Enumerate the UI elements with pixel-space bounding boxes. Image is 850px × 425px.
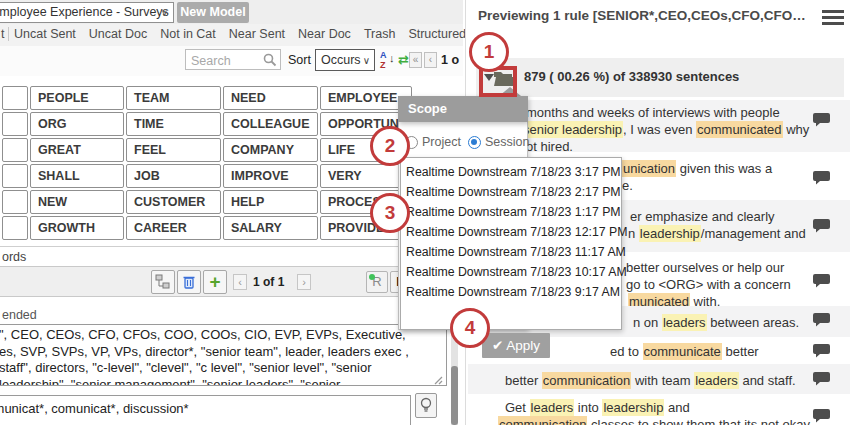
- synonyms-textarea[interactable]: communicat*, comunicat*, discussion*: [0, 395, 411, 425]
- rule-textarea[interactable]: ", CEO, CEOs, CFO, CFOs, COO, COOs, CIO,…: [0, 324, 447, 386]
- search-input[interactable]: [189, 51, 263, 70]
- suggest-button[interactable]: [415, 393, 437, 418]
- word-cell[interactable]: GROWTH: [30, 216, 124, 240]
- sentence-text: given this was a: [676, 161, 772, 176]
- pager-first-button[interactable]: «: [409, 52, 422, 68]
- tab-near-doc[interactable]: Near Doc: [298, 27, 351, 41]
- annotation-step-2: 2: [370, 126, 410, 166]
- rule-text-line: ", CEO, CEOs, CFO, CFOs, COO, COOs, CIO,…: [0, 325, 446, 344]
- hamburger-icon: [822, 10, 844, 13]
- word-cell[interactable]: CUSTOMER: [126, 190, 221, 214]
- search-icon[interactable]: [263, 53, 277, 67]
- radio-session-label[interactable]: Session: [485, 135, 529, 149]
- highlight-orange: municated: [628, 293, 690, 306]
- word-cell[interactable]: GREAT: [30, 138, 124, 162]
- highlight-orange: unication: [622, 160, 676, 177]
- divider: [0, 246, 463, 247]
- tab-bar: t Uncat Sent Uncat Doc Not in Cat Near S…: [0, 24, 463, 47]
- plus-icon: +: [209, 271, 220, 292]
- menu-button[interactable]: [822, 10, 844, 25]
- word-cell[interactable]: PEOPLE: [30, 86, 124, 110]
- comment-icon[interactable]: [813, 112, 831, 127]
- word-cell[interactable]: NEW: [30, 190, 124, 214]
- tab-structured[interactable]: Structured: [408, 27, 466, 41]
- page-next-button[interactable]: ›: [297, 274, 311, 290]
- comment-icon[interactable]: [813, 371, 831, 386]
- lightbulb-icon: [420, 397, 432, 414]
- delete-button[interactable]: [177, 270, 201, 294]
- model-select[interactable]: Employee Experience - Surveys I ∨: [0, 2, 174, 23]
- tab-trash[interactable]: Trash: [364, 27, 396, 41]
- word-cell[interactable]: TIME: [126, 112, 221, 136]
- resize-handle[interactable]: [433, 375, 443, 385]
- sentence-text: months and weeks of interviews with peop…: [526, 105, 780, 120]
- sentence-row: better communication with team leaders a…: [468, 364, 850, 394]
- word-cell[interactable]: SHALL: [30, 164, 124, 188]
- word-cell[interactable]: HELP: [223, 190, 318, 214]
- grid-gutter-cell[interactable]: [2, 164, 28, 188]
- session-item[interactable]: Realtime Downstream 7/18/23 9:17 AM: [401, 282, 621, 302]
- comment-icon[interactable]: [813, 218, 831, 233]
- comment-icon[interactable]: [813, 408, 831, 423]
- sort-select[interactable]: Occurs ∨: [315, 49, 375, 71]
- session-list: Realtime Downstream 7/18/23 3:17 PM Real…: [400, 157, 622, 330]
- apply-button[interactable]: ✔ Apply: [482, 333, 550, 358]
- comment-icon[interactable]: [813, 273, 831, 288]
- app-screen: Employee Experience - Surveys I ∨ New Mo…: [0, 0, 850, 425]
- pager-prev-button[interactable]: ‹: [424, 52, 437, 68]
- tab-not-in-cat[interactable]: Not in Cat: [160, 27, 216, 41]
- page-prev-button[interactable]: ‹: [233, 274, 247, 290]
- grid-gutter-cell[interactable]: [2, 138, 28, 162]
- session-item[interactable]: Realtime Downstream 7/18/23 1:17 PM: [401, 202, 621, 222]
- word-cell[interactable]: NEED: [223, 86, 318, 110]
- grid-gutter-cell[interactable]: [2, 86, 28, 110]
- session-item[interactable]: Realtime Downstream 7/18/23 11:17 AM: [401, 242, 621, 262]
- session-item[interactable]: Realtime Downstream 7/18/23 10:17 AM: [401, 262, 621, 282]
- word-cell[interactable]: COMPANY: [223, 138, 318, 162]
- word-cell[interactable]: JOB: [126, 164, 221, 188]
- word-cell[interactable]: IMPROVE: [223, 164, 318, 188]
- word-cell[interactable]: CAREER: [126, 216, 221, 240]
- new-model-button[interactable]: New Model: [177, 2, 249, 23]
- tree-view-button[interactable]: [151, 270, 175, 294]
- session-item[interactable]: Realtime Downstream 7/18/23 2:17 PM: [401, 182, 621, 202]
- tab-near-sent[interactable]: Near Sent: [229, 27, 285, 41]
- sort-az-icon[interactable]: A Z: [380, 50, 389, 70]
- word-cell[interactable]: ORG: [30, 112, 124, 136]
- refresh-swap-icon[interactable]: ⇄: [398, 52, 409, 67]
- grid-gutter-cell[interactable]: [2, 190, 28, 214]
- search-box: [185, 49, 281, 70]
- comment-icon[interactable]: [813, 170, 831, 185]
- word-cell[interactable]: SALARY: [223, 216, 318, 240]
- sentence-text: ed to: [610, 344, 643, 359]
- grid-gutter-cell[interactable]: [2, 216, 28, 240]
- word-cell[interactable]: TEAM: [126, 86, 221, 110]
- highlight-orange: communicated: [696, 121, 783, 138]
- radio-project-label[interactable]: Project: [422, 135, 461, 149]
- tab-uncat-doc[interactable]: Uncat Doc: [89, 27, 147, 41]
- session-item[interactable]: Realtime Downstream 7/18/23 3:17 PM: [401, 162, 621, 182]
- sentence-text: and staff.: [739, 373, 796, 388]
- scrollbar-thumb[interactable]: [451, 366, 458, 425]
- chevron-down-icon: ∨: [363, 51, 370, 71]
- annotation-step-1: 1: [469, 32, 509, 72]
- highlight-orange: communication: [542, 372, 631, 389]
- session-item[interactable]: Realtime Downstream 7/18/23 12:17 PM: [401, 222, 621, 242]
- comment-icon[interactable]: [813, 343, 831, 358]
- grid-gutter-cell[interactable]: [2, 112, 28, 136]
- add-button[interactable]: +: [203, 270, 227, 294]
- trash-icon: [182, 274, 196, 290]
- comment-icon[interactable]: [813, 312, 831, 327]
- tab-uncat-sent[interactable]: Uncat Sent: [14, 27, 76, 41]
- radio-session[interactable]: [468, 136, 481, 149]
- word-cell[interactable]: FEEL: [126, 138, 221, 162]
- result-summary-bar: 879 ( 00.26 %) of 338930 sentences: [476, 58, 844, 97]
- result-summary-text: 879 ( 00.26 %) of 338930 sentences: [524, 69, 739, 84]
- recommended-toggle-button[interactable]: R: [366, 271, 388, 293]
- sentence-text: e.: [622, 178, 633, 193]
- word-grid: PEOPLE TEAM NEED EMPLOYEE ORG TIME COLLE…: [2, 86, 412, 240]
- green-dot-icon: [369, 274, 375, 280]
- highlight-orange: communication: [498, 416, 587, 425]
- word-cell[interactable]: COLLEAGUE: [223, 112, 318, 136]
- sentence-text: ot hired.: [526, 139, 573, 152]
